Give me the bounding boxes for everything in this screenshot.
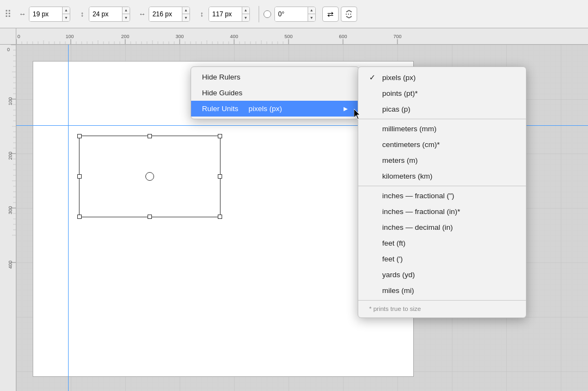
ruler-corner [0, 28, 16, 45]
svg-text:300: 300 [8, 206, 13, 214]
submenu-item-inches-frac-quote-label: inches — fractional (") [382, 192, 454, 200]
submenu-item-inches-decimal-label: inches — decimal (in) [382, 223, 453, 231]
height-stepper: ▲ ▼ [242, 7, 249, 21]
context-menu: Hide Rulers Hide Guides Ruler Units pixe… [191, 66, 359, 119]
menu-item-hide-rulers-label: Hide Rulers [202, 73, 241, 81]
height-stepper-down[interactable]: ▼ [242, 14, 249, 21]
width-input[interactable]: 216 px [149, 7, 182, 21]
width-input-wrap: 216 px ▲ ▼ [149, 7, 190, 22]
y-stepper-down[interactable]: ▼ [122, 14, 130, 21]
submenu-separator-1 [358, 119, 526, 119]
selection-box[interactable] [79, 136, 220, 217]
menu-item-hide-guides[interactable]: Hide Guides [191, 85, 359, 101]
submenu-footer: * prints true to size [358, 302, 526, 315]
submenu-arrow-icon: ▶ [344, 106, 348, 112]
submenu-item-picas-label: picas (p) [382, 105, 411, 113]
y-position-group: ↕ 24 px ▲ ▼ [77, 7, 130, 22]
x-input[interactable]: 19 px [29, 7, 62, 21]
submenu-item-feet-ft[interactable]: feet (ft) [358, 235, 526, 251]
rotation-stepper-down[interactable]: ▼ [308, 14, 315, 21]
center-handle[interactable] [145, 172, 154, 181]
svg-text:100: 100 [8, 97, 13, 105]
menu-item-ruler-units[interactable]: Ruler Units pixels (px) ▶ [191, 101, 359, 117]
svg-text:400: 400 [230, 34, 238, 39]
y-stepper: ▲ ▼ [122, 7, 130, 21]
submenu-item-meters-label: meters (m) [382, 156, 418, 164]
submenu-item-feet-ft-label: feet (ft) [382, 239, 406, 247]
submenu-item-inches-decimal[interactable]: inches — decimal (in) [358, 219, 526, 235]
x-stepper: ▲ ▼ [62, 7, 70, 21]
width-stepper-up[interactable]: ▲ [182, 7, 189, 15]
submenu-item-points[interactable]: points (pt)* [358, 85, 526, 101]
handle-middle-left[interactable] [77, 174, 82, 179]
handle-bottom-middle[interactable] [148, 215, 152, 219]
rotation-input-wrap: 0° ▲ ▼ [274, 7, 316, 22]
svg-text:100: 100 [65, 34, 74, 39]
svg-text:200: 200 [8, 151, 13, 160]
submenu-item-cm-label: centimeters (cm)* [382, 140, 440, 149]
x-stepper-down[interactable]: ▼ [63, 14, 70, 21]
y-icon: ↕ [77, 10, 88, 18]
flip-vertical-button[interactable] [341, 7, 357, 22]
svg-text:600: 600 [339, 34, 347, 39]
submenu-item-miles[interactable]: miles (mi) [358, 283, 526, 298]
y-stepper-up[interactable]: ▲ [122, 7, 130, 15]
svg-text:400: 400 [8, 260, 13, 268]
svg-text:200: 200 [121, 34, 129, 39]
toolbar-handle[interactable]: ⠿ [4, 8, 11, 20]
submenu-item-inches-frac-in[interactable]: inches — fractional (in)* [358, 204, 526, 219]
width-icon: ↔ [137, 10, 148, 18]
menu-item-hide-rulers[interactable]: Hide Rulers [191, 69, 359, 85]
rotation-icon [264, 10, 271, 18]
handle-middle-right[interactable] [218, 174, 222, 179]
submenu-separator-3 [358, 300, 526, 301]
height-input[interactable]: 117 px [209, 7, 242, 21]
menu-item-hide-guides-label: Hide Guides [202, 89, 242, 97]
submenu-item-inches-frac-quote[interactable]: inches — fractional (") [358, 188, 526, 204]
height-stepper-up[interactable]: ▲ [242, 7, 249, 15]
toolbar-separator [259, 6, 259, 22]
submenu-item-mm[interactable]: millimeters (mm) [358, 121, 526, 137]
canvas-area: // inline ruler drawing via SVG 0 100 20… [0, 28, 588, 391]
handle-bottom-left[interactable] [77, 215, 82, 219]
submenu-item-pixels-label: pixels (px) [382, 74, 416, 82]
submenu-item-miles-label: miles (mi) [382, 286, 414, 295]
submenu-item-yards[interactable]: yards (yd) [358, 267, 526, 283]
rotation-input[interactable]: 0° [275, 7, 308, 21]
submenu-item-feet-prime-label: feet (') [382, 255, 403, 263]
svg-text:500: 500 [284, 34, 292, 39]
submenu-item-cm[interactable]: centimeters (cm)* [358, 137, 526, 152]
rotation-stepper: ▲ ▼ [308, 7, 315, 21]
x-stepper-up[interactable]: ▲ [63, 7, 70, 15]
submenu-item-mm-label: millimeters (mm) [382, 125, 437, 133]
handle-top-middle[interactable] [148, 134, 152, 138]
submenu-item-feet-prime[interactable]: feet (') [358, 251, 526, 267]
height-icon: ↕ [197, 10, 207, 18]
toolbar: ⠿ ↔ 19 px ▲ ▼ ↕ 24 px ▲ ▼ ↔ 216 px ▲ [0, 0, 588, 28]
handle-top-left[interactable] [77, 134, 82, 138]
submenu-item-points-label: points (pt)* [382, 89, 418, 97]
submenu-ruler-units: ✓ pixels (px) points (pt)* picas (p) mil… [358, 66, 526, 318]
handle-top-right[interactable] [218, 134, 222, 138]
submenu-item-inches-frac-in-label: inches — fractional (in)* [382, 207, 460, 216]
submenu-item-yards-label: yards (yd) [382, 271, 415, 279]
height-input-wrap: 117 px ▲ ▼ [209, 7, 250, 22]
rotation-stepper-up[interactable]: ▲ [308, 7, 315, 15]
svg-text:0: 0 [17, 34, 20, 39]
checkmark-pixels: ✓ [369, 73, 378, 82]
width-stepper-down[interactable]: ▼ [182, 14, 189, 21]
y-input[interactable]: 24 px [89, 7, 122, 21]
submenu-item-km[interactable]: kilometers (km) [358, 168, 526, 184]
submenu-item-picas[interactable]: picas (p) [358, 101, 526, 117]
width-group: ↔ 216 px ▲ ▼ [137, 7, 190, 22]
submenu-item-pixels[interactable]: ✓ pixels (px) [358, 69, 526, 85]
x-icon: ↔ [17, 10, 28, 18]
svg-text:0: 0 [7, 47, 10, 52]
width-stepper: ▲ ▼ [182, 7, 189, 21]
flip-horizontal-button[interactable]: ⇄ [322, 7, 339, 22]
handle-bottom-right[interactable] [218, 215, 222, 219]
ruler-left: 0 100 200 300 400 [0, 45, 16, 391]
rotation-group: 0° ▲ ▼ [264, 7, 316, 22]
submenu-item-km-label: kilometers (km) [382, 172, 432, 180]
submenu-item-meters[interactable]: meters (m) [358, 152, 526, 168]
